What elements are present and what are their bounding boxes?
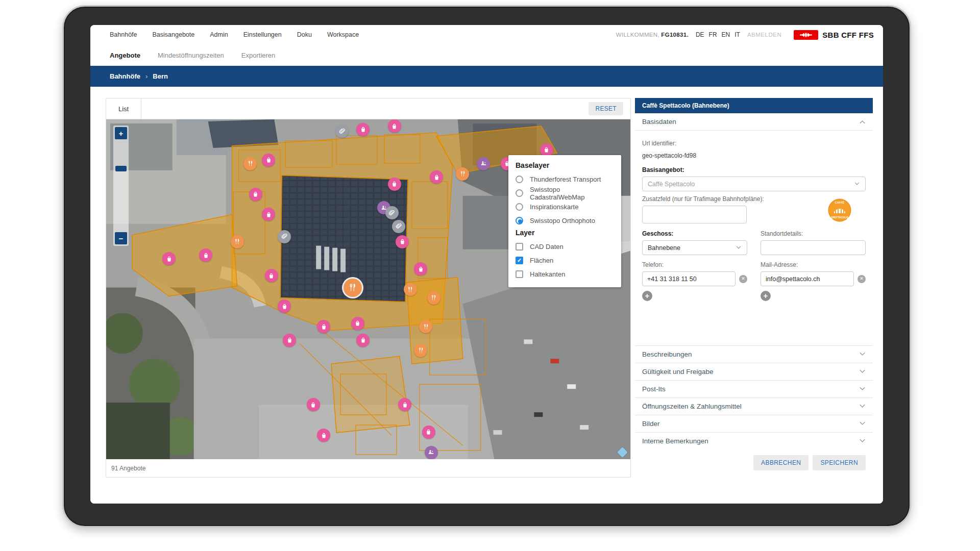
restaurant-marker[interactable] [414,344,427,357]
shopping-bag-marker[interactable] [398,398,411,411]
layer-option-haltekanten[interactable]: Haltekanten [516,267,614,281]
shopping-bag-marker[interactable] [283,334,296,347]
section-basisdaten-label: Basisdaten [642,118,676,126]
paperclip-marker[interactable] [335,124,349,138]
shopping-bag-marker[interactable] [388,178,401,191]
basisangebot-select[interactable]: Caffè Spettacolo [642,177,866,191]
subnav-item-mindestöffnungszeiten[interactable]: Mindestöffnungszeiten [158,52,224,59]
baselayer-option-thunderforest-transport[interactable]: Thunderforest Transport [516,172,614,186]
checkbox-icon[interactable] [516,270,523,278]
radio-icon[interactable] [516,217,523,224]
paperclip-marker[interactable] [385,206,399,219]
chevron-up-icon [860,120,865,126]
restaurant-marker[interactable] [419,320,432,333]
radio-icon[interactable] [516,203,523,211]
shopping-bag-marker[interactable] [396,235,409,248]
section-label: Post-Its [642,385,666,393]
shopping-bag-marker[interactable] [317,320,330,333]
lang-de[interactable]: DE [696,31,704,38]
logout-link[interactable]: ABMELDEN [747,32,781,38]
clear-telefon-icon[interactable] [739,275,747,283]
cancel-button[interactable]: ABBRECHEN [753,455,808,470]
breadcrumb-bern[interactable]: Bern [153,72,168,80]
shopping-bag-marker[interactable] [356,123,370,136]
shopping-bag-marker[interactable] [262,154,275,167]
shopping-bag-marker[interactable] [262,208,275,221]
list-tab[interactable]: List [106,98,141,119]
mail-input[interactable] [761,271,854,286]
zoom-out-button[interactable]: − [115,232,127,244]
section-interne-bemerkungen[interactable]: Interne Bemerkungen [635,432,873,449]
subnav-item-angebote[interactable]: Angebote [110,52,140,59]
section-öffnungszeiten-zahlungsmittel[interactable]: Öffnungszeiten & Zahlungsmittel [635,397,873,415]
restaurant-marker[interactable] [427,291,440,305]
nav-item-admin[interactable]: Admin [210,31,228,38]
nav-item-einstellungen[interactable]: Einstellungen [243,31,282,38]
shopping-bag-marker[interactable] [422,425,435,439]
reset-button[interactable]: RESET [589,102,623,115]
service-desk-marker[interactable] [425,446,438,459]
zoom-in-button[interactable]: + [115,127,127,139]
lang-it[interactable]: IT [734,31,740,38]
section-gültigkeit-und-freigabe[interactable]: Gültigkeit und Freigabe [635,363,873,380]
geschoss-select[interactable]: Bahnebene [642,240,747,255]
baselayer-option-swisstopo-cadastralwebmap[interactable]: Swisstopo CadastralWebMap [516,186,614,200]
layer-option-flächen[interactable]: Flächen [516,254,614,267]
nav-item-doku[interactable]: Doku [297,31,312,38]
shopping-bag-marker[interactable] [162,252,176,265]
lang-en[interactable]: EN [722,31,730,38]
baselayer-option-inspirationskarte[interactable]: Inspirationskarte [516,200,614,214]
radio-icon[interactable] [516,189,523,197]
standortdetails-input[interactable] [761,240,866,255]
breadcrumb-bahnhöfe[interactable]: Bahnhöfe [110,72,140,80]
service-desk-marker[interactable] [477,157,490,170]
shopping-bag-marker[interactable] [351,317,364,330]
shopping-bag-marker[interactable] [430,170,443,184]
add-telefon-button[interactable] [642,291,652,301]
add-mail-button[interactable] [761,291,771,301]
subnav-item-exportieren[interactable]: Exportieren [241,52,275,59]
shopping-bag-marker[interactable] [199,248,212,262]
section-bilder[interactable]: Bilder [635,415,873,432]
telefon-input[interactable] [642,271,736,286]
section-basisdaten[interactable]: Basisdaten [635,113,873,131]
basisdaten-form: Url identifier: geo-spettacolo-fd98 Basi… [635,131,873,301]
section-post-its[interactable]: Post-Its [635,380,873,397]
shopping-bag-marker[interactable] [265,269,278,282]
restaurant-marker[interactable] [243,157,257,170]
zoom-slider-track[interactable] [115,139,127,232]
zusatzfeld-input[interactable] [642,206,747,223]
baselayer-option-swisstopo-orthophoto[interactable]: Swisstopo Orthophoto [516,214,614,228]
section-label: Bilder [642,420,660,428]
clear-mail-icon[interactable] [857,275,866,283]
restaurant-marker[interactable] [344,279,362,297]
radio-icon[interactable] [516,176,523,183]
zoom-slider-handle[interactable] [115,166,127,171]
shopping-bag-marker[interactable] [317,429,330,442]
paperclip-marker[interactable] [278,230,291,243]
restaurant-marker[interactable] [456,167,469,181]
save-button[interactable]: SPEICHERN [813,455,866,470]
nav-item-workspace[interactable]: Workspace [327,31,359,38]
sbb-logo-icon [794,30,818,40]
nav-item-bahnhöfe[interactable]: Bahnhöfe [110,31,137,38]
section-label: Beschreibungen [642,350,692,358]
shopping-bag-marker[interactable] [414,262,427,276]
chevron-down-icon [860,437,865,442]
shopping-bag-marker[interactable] [278,299,291,313]
lang-fr[interactable]: FR [709,31,717,38]
nav-item-basisangebote[interactable]: Basisangebote [153,31,195,38]
shopping-bag-marker[interactable] [307,398,320,411]
checkbox-icon[interactable] [516,243,523,251]
restaurant-marker[interactable] [231,235,244,248]
shopping-bag-marker[interactable] [356,334,370,347]
map-card-footer: 91 Angebote [106,459,630,477]
shopping-bag-marker[interactable] [249,188,262,201]
restaurant-marker[interactable] [404,283,417,296]
layer-option-cad-daten[interactable]: CAD Daten [516,240,614,254]
section-beschreibungen[interactable]: Beschreibungen [635,345,873,363]
shopping-bag-marker[interactable] [388,119,401,133]
paperclip-marker[interactable] [392,220,405,233]
checkbox-icon[interactable] [516,257,523,264]
map-canvas[interactable]: + − Baselayer Thunderforest TransportSwi… [106,119,630,459]
